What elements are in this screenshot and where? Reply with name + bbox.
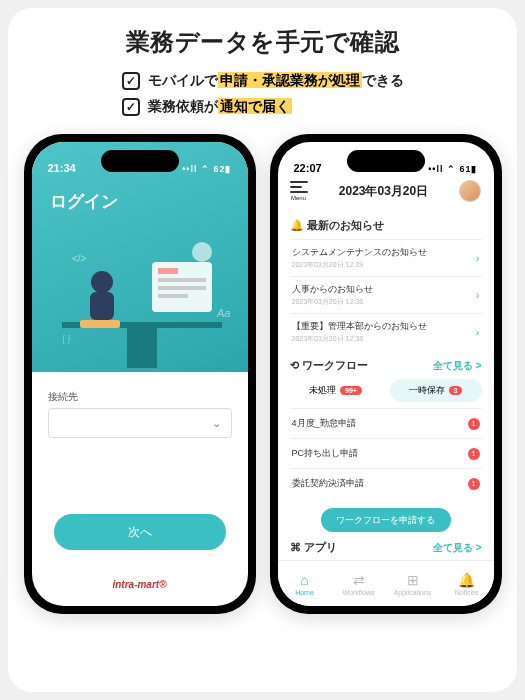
apps-header: ⌘ アプリ 全て見る > (290, 540, 482, 555)
check-icon (122, 98, 140, 116)
notice-item[interactable]: システムメンテナンスのお知らせ2023年03月20日 12:39 › (290, 239, 482, 276)
notch (101, 150, 179, 172)
svg-point-7 (91, 271, 113, 293)
login-title: ログイン (50, 190, 118, 213)
svg-text:{ }: { } (62, 334, 71, 344)
workflow-item[interactable]: 委託契約決済申請1 (290, 468, 482, 498)
tab-draft[interactable]: 一時保存3 (390, 379, 482, 402)
bullet-list: モバイルで申請・承認業務が処理できる 業務依頼が通知で届く (122, 72, 404, 116)
bullet-item: 業務依頼が通知で届く (122, 98, 404, 116)
status-time: 21:34 (48, 162, 76, 174)
menu-icon (290, 181, 308, 193)
view-all-link[interactable]: 全て見る > (433, 541, 482, 555)
login-hero: 21:34 ••ll ⌃ 62▮ ログイン (32, 142, 248, 372)
login-illustration: </> Aa { } (32, 222, 248, 372)
svg-text:Aa: Aa (216, 307, 230, 319)
phone-home: 22:07 ••ll ⌃ 61▮ Menu 2023年03月20日 🔔 最新のお… (270, 134, 502, 614)
check-icon (122, 72, 140, 90)
headline: 業務データを手元で確認 (20, 26, 505, 58)
chevron-right-icon: › (476, 252, 480, 264)
next-button[interactable]: 次へ (54, 514, 226, 550)
svg-rect-8 (90, 292, 114, 320)
workflow-icon: ⇄ (353, 572, 365, 588)
tab-home[interactable]: ⌂ Home (278, 561, 332, 606)
svg-rect-5 (158, 286, 206, 290)
notch (347, 150, 425, 172)
svg-rect-9 (80, 320, 120, 328)
svg-point-10 (192, 242, 212, 262)
svg-rect-6 (158, 294, 188, 298)
promo-card: 業務データを手元で確認 モバイルで申請・承認業務が処理できる 業務依頼が通知で届… (8, 8, 517, 692)
chevron-down-icon: ⌄ (212, 417, 221, 430)
svg-rect-3 (158, 268, 178, 274)
notice-item[interactable]: 人事からのお知らせ2023年03月20日 12:38 › (290, 276, 482, 313)
tab-unprocessed[interactable]: 未処理99+ (290, 379, 382, 402)
tab-bar: ⌂ Home ⇄ Workflows ⊞ Applications 🔔 Noti… (278, 560, 494, 606)
tab-workflows[interactable]: ⇄ Workflows (332, 561, 386, 606)
status-time: 22:07 (294, 162, 322, 174)
chevron-right-icon: › (476, 289, 480, 301)
workflow-item[interactable]: PC持ち出し申請1 (290, 438, 482, 468)
phones-row: 21:34 ••ll ⌃ 62▮ ログイン (20, 134, 505, 614)
status-icons: ••ll ⌃ 62▮ (182, 164, 231, 174)
conn-label: 接続先 (48, 390, 232, 404)
home-icon: ⌂ (300, 572, 308, 588)
conn-select[interactable]: ⌄ (48, 408, 232, 438)
phone-login: 21:34 ••ll ⌃ 62▮ ログイン (24, 134, 256, 614)
workflow-item[interactable]: 4月度_勤怠申請1 (290, 408, 482, 438)
workflow-tabs: 未処理99+ 一時保存3 (290, 379, 482, 402)
apply-button[interactable]: ワークフローを申請する (321, 508, 451, 532)
brand-logo: intra-mart® (32, 579, 248, 590)
svg-rect-4 (158, 278, 206, 282)
avatar[interactable] (459, 180, 481, 202)
header: Menu 2023年03月20日 (278, 176, 494, 210)
tab-applications[interactable]: ⊞ Applications (386, 561, 440, 606)
apps-icon: ⊞ (407, 572, 419, 588)
tab-notices[interactable]: 🔔 Notices (440, 561, 494, 606)
workflow-header: ⟲ ワークフロー 全て見る > (290, 358, 482, 373)
header-date: 2023年03月20日 (339, 183, 428, 200)
notices-header: 🔔 最新のお知らせ (290, 218, 482, 233)
view-all-link[interactable]: 全て見る > (433, 359, 482, 373)
notice-item[interactable]: 【重要】管理本部からのお知らせ2023年03月20日 12:38 › (290, 313, 482, 350)
bell-icon: 🔔 (458, 572, 475, 588)
menu-button[interactable]: Menu (290, 181, 308, 201)
chevron-right-icon: › (476, 326, 480, 338)
svg-text:</>: </> (72, 253, 87, 264)
svg-rect-1 (127, 328, 157, 368)
status-icons: ••ll ⌃ 61▮ (428, 164, 477, 174)
bullet-item: モバイルで申請・承認業務が処理できる (122, 72, 404, 90)
